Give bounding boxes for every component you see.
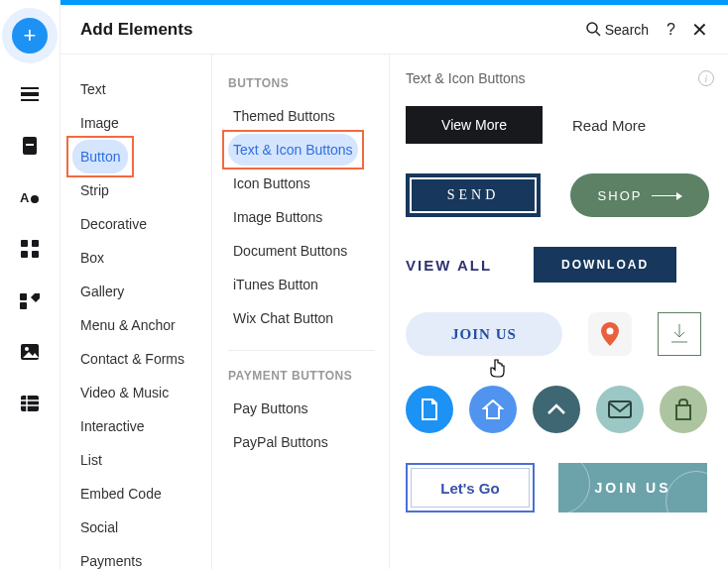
- category-box[interactable]: Box: [72, 241, 199, 275]
- sub-themed[interactable]: Themed Buttons: [228, 100, 340, 132]
- mail-icon: [608, 400, 632, 418]
- svg-point-19: [587, 23, 597, 33]
- category-gallery[interactable]: Gallery: [72, 275, 199, 308]
- category-video[interactable]: Video & Music: [72, 376, 199, 409]
- svg-rect-1: [21, 92, 39, 96]
- panel-header: Add Elements Search ? ✕: [61, 5, 728, 55]
- preset-view-all[interactable]: VIEW ALL: [406, 257, 492, 274]
- left-rail: + A: [0, 0, 60, 569]
- svg-rect-2: [21, 99, 39, 101]
- category-button[interactable]: Button: [72, 140, 128, 173]
- group-payment-title: PAYMENT BUTTONS: [228, 365, 389, 393]
- svg-rect-7: [21, 240, 28, 247]
- sub-text-icon[interactable]: Text & Icon Buttons: [228, 134, 358, 166]
- preset-join-us-2[interactable]: JOIN US: [558, 463, 707, 512]
- preset-circle-up[interactable]: [533, 386, 580, 433]
- svg-line-20: [596, 32, 600, 36]
- download-icon: [670, 324, 688, 344]
- preset-download[interactable]: DOWNLOAD: [534, 247, 676, 283]
- category-social[interactable]: Social: [72, 511, 199, 544]
- category-decorative[interactable]: Decorative: [72, 207, 199, 241]
- preset-send[interactable]: SEND: [406, 173, 541, 217]
- section-icon[interactable]: [19, 83, 41, 105]
- sub-itunes[interactable]: iTunes Button: [228, 269, 323, 300]
- pin-icon: [601, 322, 619, 346]
- preset-lets-go[interactable]: Let's Go: [406, 463, 535, 512]
- sub-paypal[interactable]: PayPal Buttons: [228, 426, 333, 458]
- design-icon[interactable]: A: [19, 186, 41, 208]
- gallery-column: Text & Icon Buttons i View More Read Mor…: [390, 55, 728, 569]
- category-list: Text Image Button Strip Decorative Box G…: [61, 55, 211, 569]
- group-buttons-title: BUTTONS: [228, 72, 389, 100]
- divider: [228, 350, 375, 351]
- preset-join-us[interactable]: JOIN US: [406, 312, 562, 356]
- preset-shop[interactable]: SHOP: [570, 173, 709, 217]
- apps-icon[interactable]: [19, 238, 41, 260]
- preset-download-icon[interactable]: [658, 312, 701, 356]
- category-strip[interactable]: Strip: [72, 173, 199, 207]
- document-icon: [420, 398, 439, 421]
- chevron-up-icon: [546, 403, 566, 415]
- svg-point-21: [607, 328, 614, 335]
- data-icon[interactable]: [19, 393, 41, 414]
- svg-rect-9: [21, 251, 28, 258]
- category-interactive[interactable]: Interactive: [72, 409, 199, 443]
- svg-rect-10: [32, 251, 39, 258]
- preset-view-more[interactable]: View More: [406, 106, 543, 144]
- svg-rect-15: [21, 396, 39, 411]
- category-text[interactable]: Text: [72, 72, 199, 106]
- bag-icon: [673, 398, 693, 420]
- category-payments[interactable]: Payments: [72, 544, 199, 569]
- svg-rect-4: [26, 144, 34, 146]
- preset-pin[interactable]: [588, 312, 632, 356]
- close-button[interactable]: ✕: [691, 18, 708, 42]
- media-icon[interactable]: [19, 341, 41, 363]
- preset-circle-bag[interactable]: [660, 386, 707, 433]
- svg-text:A: A: [20, 190, 30, 205]
- svg-point-14: [25, 347, 29, 351]
- category-image[interactable]: Image: [72, 106, 199, 140]
- preset-shop-label: SHOP: [598, 188, 643, 203]
- gallery-title: Text & Icon Buttons: [406, 70, 526, 86]
- sub-pay[interactable]: Pay Buttons: [228, 393, 313, 424]
- preset-circle-mail[interactable]: [596, 386, 644, 433]
- addon-icon[interactable]: [19, 289, 41, 311]
- category-menu[interactable]: Menu & Anchor: [72, 308, 199, 342]
- search-icon: [586, 22, 601, 37]
- cursor-icon: [489, 358, 507, 378]
- sub-image[interactable]: Image Buttons: [228, 201, 327, 233]
- sub-icon[interactable]: Icon Buttons: [228, 168, 315, 199]
- page-icon[interactable]: [19, 135, 41, 157]
- preset-read-more[interactable]: Read More: [572, 117, 646, 134]
- help-button[interactable]: ?: [667, 21, 675, 39]
- home-icon: [482, 399, 504, 419]
- svg-rect-8: [32, 240, 39, 247]
- svg-point-6: [31, 195, 39, 203]
- arrow-icon: [652, 195, 681, 196]
- preset-join-us-label: JOIN US: [451, 326, 517, 343]
- svg-rect-0: [21, 87, 39, 89]
- search-label: Search: [605, 22, 649, 38]
- search-button[interactable]: Search: [586, 22, 649, 38]
- preset-join-us-2-label: JOIN US: [594, 480, 670, 496]
- subcategory-list: BUTTONS Themed Buttons Text & Icon Butto…: [211, 55, 390, 569]
- panel-title: Add Elements: [80, 20, 586, 40]
- sub-document[interactable]: Document Buttons: [228, 235, 352, 267]
- category-contact[interactable]: Contact & Forms: [72, 342, 199, 376]
- preset-circle-home[interactable]: [469, 386, 517, 433]
- preset-circle-doc[interactable]: [406, 386, 453, 433]
- svg-rect-12: [20, 302, 27, 309]
- info-icon[interactable]: i: [698, 70, 714, 86]
- category-embed[interactable]: Embed Code: [72, 477, 199, 511]
- svg-rect-11: [20, 293, 27, 300]
- svg-rect-24: [609, 401, 631, 417]
- add-button[interactable]: +: [12, 18, 48, 54]
- button-gallery: View More Read More SEND SHOP VIEW ALL D…: [406, 106, 728, 512]
- category-list-item[interactable]: List: [72, 443, 199, 477]
- sub-wixchat[interactable]: Wix Chat Button: [228, 302, 338, 334]
